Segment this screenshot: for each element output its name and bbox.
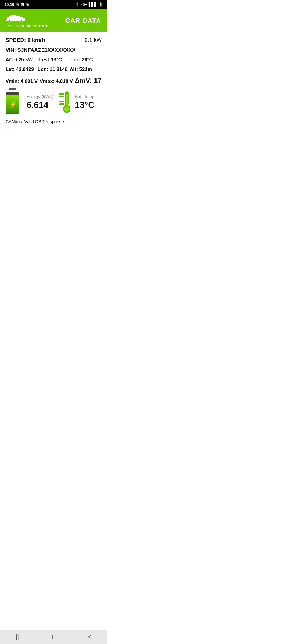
- battery-section: ⚡ Energy (kWh) 6.614: [6, 90, 102, 114]
- header-logo: POWER CRUISE CONTROL: [0, 9, 59, 32]
- power-value: 0.1 kW: [85, 37, 102, 43]
- battery-terminal: [9, 88, 16, 90]
- battery-bolt-icon: ⚡: [9, 101, 17, 108]
- svg-rect-3: [66, 94, 68, 106]
- network-icon: 4G+: [81, 3, 87, 6]
- vmin-value: Vmin: 4.001 V: [6, 78, 38, 84]
- t-est-value: T est:13°C: [38, 57, 70, 63]
- vin-value: SJNFAAZE1XXXXXXXX: [17, 47, 75, 53]
- delta-mv-value: 17: [94, 76, 102, 84]
- svg-point-1: [20, 20, 23, 22]
- svg-point-0: [9, 20, 11, 22]
- thermo-lines: [59, 93, 64, 105]
- main-content: SPEED: 0 km/h 0.1 kW VIN: SJNFAAZE1XXXXX…: [0, 32, 107, 129]
- status-time: 10:10: [4, 2, 14, 7]
- temp-info: Batt.Temp 13°C: [75, 94, 95, 110]
- lat-value: Lat: 43.0429: [6, 67, 38, 72]
- speed-row: SPEED: 0 km/h 0.1 kW: [6, 37, 102, 43]
- status-bar: 10:10 ⊡ 🖼 ⊞ 📍 4G+ ▋▋▋ 🔋: [0, 0, 107, 9]
- energy-label: Energy (kWh): [26, 94, 53, 99]
- thermometer-section: Batt.Temp 13°C: [59, 90, 102, 114]
- battery-body: ⚡: [6, 92, 19, 114]
- delta-symbol: ΔmV:: [75, 77, 92, 84]
- photo-icon: 🖼: [21, 2, 24, 7]
- media-icon: ⊡: [16, 2, 19, 7]
- energy-info: Energy (kWh) 6.614: [26, 94, 53, 110]
- ac-value: AC:0.25 kW: [6, 57, 38, 63]
- t-int-value: T int:26°C: [70, 57, 102, 63]
- vin-label: VIN: SJNFAAZE1XXXXXXXX: [6, 47, 75, 53]
- vin-row: VIN: SJNFAAZE1XXXXXXXX: [6, 47, 102, 53]
- vmax-value: Vmax: 4.018 V: [40, 78, 73, 84]
- speed-label: SPEED: 0 km/h: [6, 37, 45, 43]
- signal-icon: ▋▋▋: [89, 2, 97, 7]
- voltage-row: Vmin: 4.001 V Vmax: 4.018 V ΔmV: 17: [6, 76, 102, 85]
- header-title: CAR DATA: [59, 9, 108, 32]
- status-right: 📍 4G+ ▋▋▋ 🔋: [75, 2, 103, 7]
- battery-status-icon: 🔋: [98, 2, 103, 7]
- lon-value: Lon: 11.8146: [38, 67, 70, 72]
- delta-mv: ΔmV: 17: [75, 76, 102, 85]
- energy-value: 6.614: [26, 100, 53, 110]
- gps-row: Lat: 43.0429 Lon: 11.8146 Alt: 521m: [6, 67, 102, 72]
- location-icon: 📍: [75, 2, 79, 7]
- app-name: POWER CRUISE CONTROL: [4, 24, 50, 28]
- car-logo-icon: [4, 13, 26, 23]
- app-header: POWER CRUISE CONTROL CAR DATA: [0, 9, 107, 32]
- alt-value: Alt: 521m: [70, 67, 102, 72]
- batt-temp-label: Batt.Temp: [75, 94, 95, 99]
- svg-point-5: [64, 106, 70, 112]
- ac-temp-row: AC:0.25 kW T est:13°C T int:26°C: [6, 57, 102, 63]
- qr-icon: ⊞: [26, 2, 29, 7]
- battery-icon: ⚡: [6, 90, 21, 114]
- status-left: 10:10 ⊡ 🖼 ⊞: [4, 2, 29, 7]
- canbus-row: CANbus: Valid OBD response: [6, 119, 102, 124]
- batt-temp-value: 13°C: [75, 100, 95, 110]
- thermometer-icon: [59, 90, 70, 114]
- canbus-text: CANbus: Valid OBD response: [6, 119, 64, 124]
- page-title: CAR DATA: [65, 17, 101, 24]
